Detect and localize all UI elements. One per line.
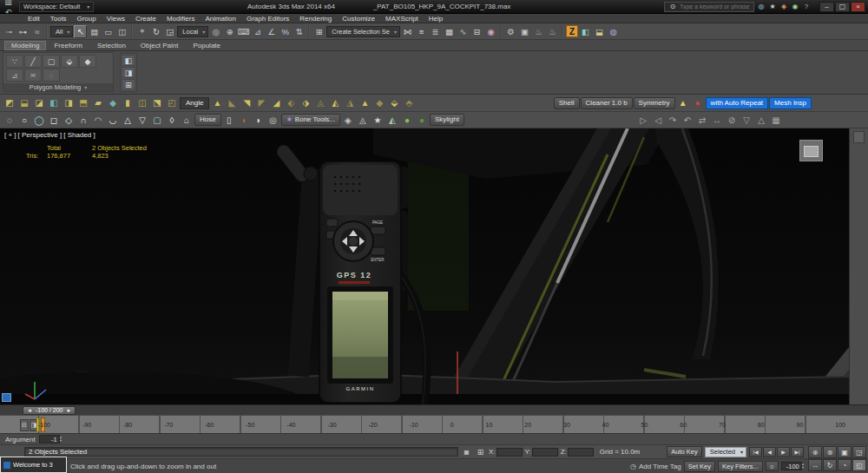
y-input[interactable] [532,448,558,457]
ribbon-float-tool-icon[interactable]: ◧ [122,55,135,66]
modeling-macro-icon[interactable]: ◆ [106,96,120,110]
zoom-region-icon[interactable]: ◲ [852,446,866,458]
menu-graph-editors[interactable]: Graph Editors [241,14,294,23]
modeling-macro-icon[interactable]: ⬒ [76,96,90,110]
next-frame-arrow-icon[interactable]: ► [66,408,71,413]
minimize-button[interactable]: – [819,2,834,12]
tab-selection[interactable]: Selection [90,41,133,50]
mesh-inspector-button[interactable]: Mesh Insp [769,97,812,109]
viewport-3d-scene[interactable]: PAGE ENTER GPS 12 [0,128,849,404]
command-panel-scroll-handle[interactable] [853,131,865,143]
selection-lock-icon[interactable]: ◙ [461,446,472,457]
z-script-button[interactable]: Z [566,25,578,37]
layer-manager-icon[interactable]: ≣ [429,25,442,38]
spinner-arrows-icon[interactable]: ▴▾ [60,435,62,443]
floating-minimized-window[interactable] [799,140,823,161]
close-button[interactable]: × [851,2,865,12]
curve-editor-icon[interactable]: ∿ [457,25,470,38]
select-and-manipulate-icon[interactable]: ⊕ [223,25,236,38]
selection-region-icon[interactable]: ▭ [102,25,115,38]
percent-snap-icon[interactable]: % [279,25,292,38]
menu-customize[interactable]: Customize [337,14,380,23]
snap-arrow-icon[interactable]: ▦ [769,113,783,127]
modeling-macro-icon[interactable]: ◌ [3,113,16,127]
modeling-macro-icon[interactable]: ◰ [165,96,179,110]
snap-arrow-icon[interactable]: ↷ [666,113,680,127]
symmetry-button[interactable]: Symmetry [634,97,675,109]
unlink-selection-icon[interactable]: ⊶ [16,25,30,38]
y-coordinate-field[interactable]: Y: [525,448,558,457]
menu-edit[interactable]: Edit [23,14,45,23]
sign-in-icon[interactable]: ◉ [790,2,800,12]
shell-button[interactable]: Shell [554,97,580,109]
spinner-snap-icon[interactable]: ⇅ [293,25,306,38]
skylight-button[interactable]: Skylight [430,114,464,126]
argument-spinner[interactable]: ▴▾ [39,435,62,443]
selection-filter-dropdown[interactable]: All ▾ [50,26,73,37]
modeling-macro-icon[interactable]: ◣ [225,96,239,110]
modeling-macro-icon[interactable]: ◠ [91,113,105,127]
cleaner-button[interactable]: Cleaner 1.0 b [581,97,633,109]
render-iterative-icon[interactable]: ♨ [546,25,559,38]
select-and-rotate-icon[interactable]: ↻ [149,25,162,38]
zoom-extents-icon[interactable]: ▣ [838,446,852,458]
maximize-button[interactable]: ▢ [835,2,850,12]
snap-arrow-icon[interactable]: ⇄ [695,113,709,127]
previous-frame-button[interactable]: ◀ [763,447,776,457]
current-frame-spinner[interactable]: ▴▾ [781,462,804,470]
render-setup-icon[interactable]: ⚙ [504,25,517,38]
viewport-label-segment[interactable]: [ Perspective ] [18,131,62,139]
field-of-view-icon[interactable]: ◔ [838,459,852,471]
modeling-macro-icon[interactable]: ◢ [269,96,283,110]
modeling-macro-icon[interactable]: ◧ [47,96,61,110]
modeling-macro-icon[interactable]: ◊ [165,113,179,127]
modeling-macro-icon[interactable]: ◫ [135,96,149,110]
modeling-macro-icon[interactable]: ◻ [47,113,61,127]
maximize-viewport-icon[interactable]: ◱ [852,459,866,471]
border-mode-icon[interactable]: ▢ [43,55,60,68]
snap-arrow-icon[interactable]: ◁ [651,113,665,127]
modeling-macro-icon[interactable]: ◆ [372,96,386,110]
modeling-macro-icon[interactable]: ◈ [341,113,355,127]
preview-subobject-icon[interactable]: ⊿ [6,69,23,82]
modeling-macro-icon[interactable]: ◮ [343,96,357,110]
search-input[interactable] [680,3,751,10]
menu-modifiers[interactable]: Modifiers [161,14,200,23]
toolbar-extra-icon[interactable]: ◧ [579,25,592,38]
menu-group[interactable]: Group [71,14,101,23]
key-filters-button[interactable]: Key Filters... [718,461,763,472]
z-input[interactable] [568,448,594,457]
toolbar-extra-icon[interactable]: ◍ [607,25,620,38]
modeling-macro-icon[interactable]: ◖ [237,113,251,127]
graphite-ribbon-toggle-icon[interactable]: ▦ [443,25,456,38]
menu-help[interactable]: Help [424,14,448,23]
polygon-mode-icon[interactable]: ⬙ [61,55,78,68]
modeling-macro-icon[interactable]: ▲ [676,96,690,110]
modeling-macro-icon[interactable]: ◩ [3,96,16,110]
snap-arrow-icon[interactable]: △ [754,113,768,127]
modeling-macro-icon[interactable]: ▽ [135,113,149,127]
modeling-macro-icon[interactable]: ◤ [254,96,268,110]
bind-to-space-warp-icon[interactable]: ≈ [30,25,43,38]
modeling-macro-icon[interactable]: ● [691,96,705,110]
absolute-mode-icon[interactable]: ⊞ [475,446,486,457]
modeling-macro-icon[interactable]: ◬ [356,113,370,127]
go-to-end-button[interactable]: ▶| [791,447,804,457]
ribbon-float-tool-icon[interactable]: ◨ [122,67,135,78]
open-mini-curve-editor-button[interactable]: ⊟ [20,419,29,431]
exchange-apps-icon[interactable]: ◈ [779,2,789,12]
modeling-macro-icon[interactable]: △ [121,113,135,127]
save-file-icon[interactable]: ▥ [3,0,14,7]
play-animation-button[interactable]: ▶ [777,447,790,457]
viewport-layout-tab[interactable] [2,393,11,402]
keyboard-override-icon[interactable]: ⌨ [237,25,250,38]
light-macro-icon[interactable]: ● [400,113,414,127]
track-bar[interactable]: ⊟◨ -100-90-80-70-60-50-40-30-20-10010203… [0,415,868,434]
modeling-macro-icon[interactable]: ◨ [62,96,76,110]
modeling-macro-icon[interactable]: ◇ [62,113,76,127]
select-and-link-icon[interactable]: ⊸ [3,25,16,38]
modeling-macro-icon[interactable]: ▲ [358,96,372,110]
snap-arrow-icon[interactable]: ▽ [740,113,753,127]
modeling-macro-icon[interactable]: ▮ [121,96,135,110]
modeling-macro-icon[interactable]: ▰ [91,96,105,110]
